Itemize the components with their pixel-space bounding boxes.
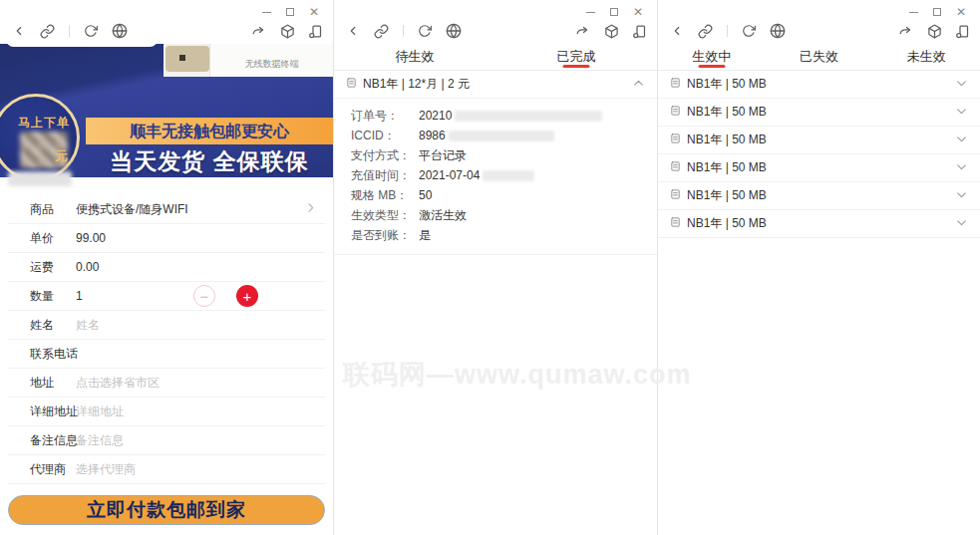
form-label: 单价 bbox=[30, 230, 76, 247]
browser-toolbar bbox=[334, 18, 657, 44]
form-label: 数量 bbox=[30, 288, 76, 305]
form-label: 联系电话 bbox=[30, 346, 76, 363]
pay-now-button[interactable]: 立即付款包邮到家 bbox=[8, 495, 325, 525]
form-row[interactable]: 运费 0.00 bbox=[8, 253, 325, 282]
maximize-icon[interactable] bbox=[610, 8, 618, 16]
maximize-icon[interactable] bbox=[286, 8, 294, 16]
sim-plan-list-item[interactable]: NB1年 | 50 MB bbox=[658, 127, 980, 154]
cube-icon[interactable] bbox=[604, 24, 619, 39]
detail-label: 订单号： bbox=[351, 108, 419, 125]
document-icon bbox=[670, 105, 681, 120]
form-placeholder: 点击选择省市区 bbox=[76, 375, 160, 392]
order-detail-row: 生效类型： 激活生效 bbox=[351, 205, 657, 225]
tab[interactable]: 已完成 bbox=[495, 44, 657, 70]
form-row[interactable]: 详细地址 详细地址 bbox=[8, 398, 325, 426]
form-label: 姓名 bbox=[30, 317, 76, 334]
list-item-label: NB1年 | 50 MB bbox=[687, 215, 767, 232]
list-item-label: NB1年 | 50 MB bbox=[687, 76, 767, 93]
list-item-label: NB1年 | 50 MB bbox=[687, 159, 767, 176]
form-row[interactable]: 数量 1 − + bbox=[8, 282, 325, 311]
refresh-icon[interactable] bbox=[742, 24, 756, 38]
globe-icon[interactable] bbox=[770, 23, 786, 39]
minus-button[interactable]: − bbox=[193, 285, 215, 307]
refresh-icon[interactable] bbox=[418, 24, 432, 38]
tab-label: 已完成 bbox=[557, 48, 596, 66]
chevron-down-icon bbox=[955, 160, 968, 176]
form-row[interactable]: 备注信息 备注信息 bbox=[8, 426, 325, 455]
float-window-icon[interactable] bbox=[632, 24, 647, 39]
form-label: 详细地址 bbox=[30, 403, 76, 420]
order-card-header[interactable]: NB1年 | 12*月 | 2 元 bbox=[334, 71, 657, 99]
detail-value: 2021-07-04 bbox=[419, 168, 480, 182]
desktop: ✕ 无线数据终端 bbox=[0, 0, 980, 535]
sim-plan-list-item[interactable]: NB1年 | 50 MB bbox=[658, 182, 980, 210]
link-icon[interactable] bbox=[698, 24, 713, 39]
form-row[interactable]: 商品 便携式设备/随身WIFI bbox=[8, 195, 325, 224]
chevron-down-icon bbox=[955, 133, 968, 148]
promo-banner: 无线数据终端 顺丰无接触包邮更安心 当天发货 全保联保 马上下单 元 bbox=[0, 44, 333, 177]
tabbar-order-status: 待生效 已完成 bbox=[334, 44, 657, 71]
refresh-icon[interactable] bbox=[84, 24, 98, 38]
detail-value: 20210 bbox=[419, 109, 452, 123]
float-window-icon[interactable] bbox=[955, 24, 970, 39]
document-icon bbox=[670, 77, 681, 92]
link-icon[interactable] bbox=[374, 24, 389, 39]
order-now-ribbon: 马上下单 bbox=[18, 115, 70, 132]
sim-plan-list-item[interactable]: NB1年 | 50 MB bbox=[658, 99, 980, 127]
link-icon[interactable] bbox=[40, 24, 55, 39]
close-icon[interactable]: ✕ bbox=[309, 8, 319, 16]
float-window-icon[interactable] bbox=[308, 24, 323, 39]
form-row[interactable]: 姓名 姓名 bbox=[8, 311, 325, 340]
plus-button[interactable]: + bbox=[236, 285, 258, 307]
form-row[interactable]: 地址 点击选择省市区 bbox=[8, 369, 325, 398]
back-icon[interactable] bbox=[12, 24, 26, 38]
redacted-blur bbox=[449, 131, 554, 141]
tab[interactable]: 已失效 bbox=[766, 44, 873, 70]
minimize-icon[interactable] bbox=[586, 12, 595, 13]
tab-label: 已失效 bbox=[800, 48, 838, 66]
close-icon[interactable]: ✕ bbox=[956, 8, 966, 16]
tab-label: 待生效 bbox=[396, 48, 435, 66]
back-icon[interactable] bbox=[346, 24, 360, 38]
detail-label: 支付方式： bbox=[351, 147, 419, 164]
sim-plan-list-item[interactable]: NB1年 | 50 MB bbox=[658, 210, 980, 238]
promo-line2: 当天发货 全保联保 bbox=[86, 146, 333, 177]
form-row[interactable]: 联系电话 bbox=[8, 340, 325, 369]
document-icon bbox=[346, 77, 357, 92]
tab[interactable]: 生效中 bbox=[658, 44, 766, 70]
cube-icon[interactable] bbox=[927, 24, 942, 39]
sim-plan-list-item[interactable]: NB1年 | 50 MB bbox=[658, 154, 980, 182]
tab[interactable]: 未生效 bbox=[872, 44, 980, 70]
globe-icon[interactable] bbox=[446, 23, 462, 39]
order-detail-row: 充值时间： 2021-07-04 bbox=[351, 165, 657, 185]
window-controls: ✕ bbox=[0, 0, 333, 18]
chevron-up-icon bbox=[632, 77, 645, 93]
minimize-icon[interactable] bbox=[909, 12, 918, 13]
product-photo: 无线数据终端 bbox=[163, 44, 333, 77]
tab[interactable]: 待生效 bbox=[334, 44, 495, 70]
detail-value: 激活生效 bbox=[419, 207, 467, 224]
form-label: 商品 bbox=[30, 201, 76, 218]
back-icon[interactable] bbox=[670, 24, 684, 38]
share-icon[interactable] bbox=[574, 24, 591, 39]
detail-value: 50 bbox=[419, 188, 432, 202]
list-item-label: NB1年 | 50 MB bbox=[687, 187, 767, 204]
form-row[interactable]: 代理商 选择代理商 bbox=[8, 455, 325, 484]
form-label: 运费 bbox=[30, 259, 76, 276]
form-row[interactable]: 单价 99.00 bbox=[8, 224, 325, 253]
detail-value: 是 bbox=[419, 227, 431, 244]
detail-label: 充值时间： bbox=[351, 167, 419, 184]
globe-icon[interactable] bbox=[112, 23, 128, 39]
sim-plan-list-item[interactable]: NB1年 | 50 MB bbox=[658, 71, 980, 99]
close-icon[interactable]: ✕ bbox=[633, 8, 643, 16]
document-icon bbox=[670, 188, 681, 203]
share-icon[interactable] bbox=[250, 24, 267, 39]
window-recharge-records: ✕ 待生效 已完成 bbox=[334, 0, 658, 535]
maximize-icon[interactable] bbox=[933, 8, 941, 16]
toolbar-divider bbox=[727, 25, 728, 37]
order-detail-row: 支付方式： 平台记录 bbox=[351, 145, 657, 165]
minimize-icon[interactable] bbox=[262, 12, 271, 13]
cube-icon[interactable] bbox=[280, 24, 295, 39]
share-icon[interactable] bbox=[897, 24, 914, 39]
form-value: 便携式设备/随身WIFI bbox=[76, 201, 188, 218]
